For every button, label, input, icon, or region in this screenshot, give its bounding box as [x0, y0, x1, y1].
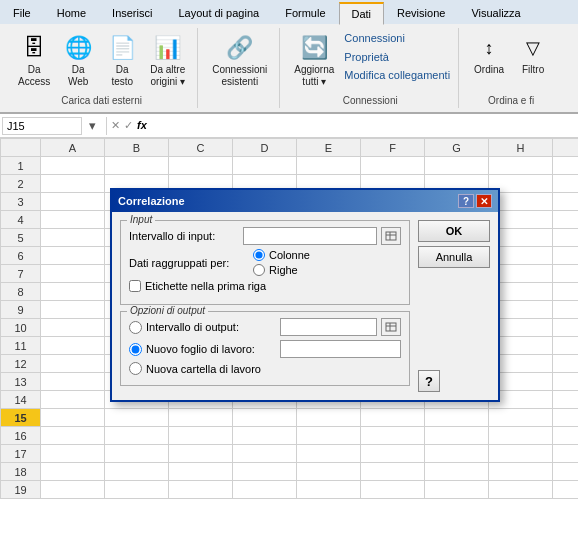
cell[interactable] — [105, 481, 169, 499]
cell[interactable] — [41, 427, 105, 445]
cell[interactable] — [489, 445, 553, 463]
cell[interactable] — [553, 265, 579, 283]
col-B[interactable]: B — [105, 139, 169, 157]
cell[interactable] — [41, 157, 105, 175]
cell[interactable] — [361, 427, 425, 445]
cell[interactable] — [41, 481, 105, 499]
cell[interactable] — [41, 247, 105, 265]
cell[interactable] — [105, 409, 169, 427]
cell[interactable] — [489, 463, 553, 481]
ok-button[interactable]: OK — [418, 220, 490, 242]
intervallo-select-btn[interactable] — [381, 227, 401, 245]
cell[interactable] — [553, 427, 579, 445]
intervallo-output-input[interactable] — [280, 318, 377, 336]
cell[interactable] — [41, 175, 105, 193]
cell[interactable] — [553, 373, 579, 391]
cell[interactable] — [553, 247, 579, 265]
tab-home[interactable]: Home — [44, 2, 99, 24]
cell[interactable] — [553, 193, 579, 211]
modifica-link[interactable]: Modifica collegamenti — [344, 67, 450, 85]
proprieta-link[interactable]: Proprietà — [344, 49, 450, 67]
cell[interactable] — [41, 193, 105, 211]
cell[interactable] — [169, 409, 233, 427]
btn-filtro[interactable]: ▽ Filtro — [513, 30, 553, 78]
cell[interactable] — [41, 337, 105, 355]
tab-layout[interactable]: Layout di pagina — [165, 2, 272, 24]
nuovo-foglio-radio[interactable] — [129, 343, 142, 356]
cell[interactable] — [553, 445, 579, 463]
cell[interactable] — [553, 229, 579, 247]
tab-formule[interactable]: Formule — [272, 2, 338, 24]
cell[interactable] — [553, 211, 579, 229]
btn-connessioni-esistenti[interactable]: 🔗 Connessioniesistenti — [208, 30, 271, 90]
cell[interactable] — [425, 157, 489, 175]
intervallo-output-btn[interactable] — [381, 318, 401, 336]
intervallo-output-radio[interactable] — [129, 321, 142, 334]
cell[interactable] — [297, 409, 361, 427]
cell[interactable] — [105, 445, 169, 463]
cell[interactable] — [169, 445, 233, 463]
cell[interactable] — [169, 463, 233, 481]
etichette-checkbox[interactable] — [129, 280, 141, 292]
col-I[interactable]: I — [553, 139, 579, 157]
cell[interactable] — [489, 409, 553, 427]
cell[interactable] — [41, 409, 105, 427]
col-H[interactable]: H — [489, 139, 553, 157]
cell[interactable] — [425, 427, 489, 445]
cell[interactable] — [425, 409, 489, 427]
col-E[interactable]: E — [297, 139, 361, 157]
intervallo-input[interactable] — [243, 227, 377, 245]
cell[interactable] — [41, 355, 105, 373]
tab-dati[interactable]: Dati — [339, 2, 385, 25]
tab-file[interactable]: File — [0, 2, 44, 24]
cell[interactable] — [233, 157, 297, 175]
cell[interactable] — [553, 301, 579, 319]
btn-access[interactable]: 🗄 DaAccess — [14, 30, 54, 90]
btn-ordina[interactable]: ↕ Ordina — [469, 30, 509, 78]
btn-aggiorna-tutti[interactable]: 🔄 Aggiornatutti ▾ — [290, 30, 338, 90]
btn-altre-origini[interactable]: 📊 Da altreorigini ▾ — [146, 30, 189, 90]
formula-input[interactable] — [153, 120, 576, 132]
btn-testo[interactable]: 📄 Datesto — [102, 30, 142, 90]
connessioni-link[interactable]: Connessioni — [344, 30, 450, 48]
col-A[interactable]: A — [41, 139, 105, 157]
nuova-cartella-radio[interactable] — [129, 362, 142, 375]
cell[interactable] — [425, 481, 489, 499]
cell[interactable] — [553, 355, 579, 373]
dropdown-arrow[interactable]: ▾ — [89, 118, 96, 133]
cell[interactable] — [297, 445, 361, 463]
cell[interactable] — [553, 283, 579, 301]
cell[interactable] — [41, 463, 105, 481]
tab-visualizza[interactable]: Visualizza — [458, 2, 533, 24]
cell[interactable] — [297, 463, 361, 481]
cell[interactable] — [233, 481, 297, 499]
col-C[interactable]: C — [169, 139, 233, 157]
cell[interactable] — [41, 229, 105, 247]
col-D[interactable]: D — [233, 139, 297, 157]
righe-radio[interactable] — [253, 264, 265, 276]
cell[interactable] — [297, 481, 361, 499]
col-G[interactable]: G — [425, 139, 489, 157]
cell[interactable] — [297, 427, 361, 445]
annulla-button[interactable]: Annulla — [418, 246, 490, 268]
cell[interactable] — [41, 283, 105, 301]
cell[interactable] — [41, 391, 105, 409]
dialog-help-btn[interactable]: ? — [458, 194, 474, 208]
cell[interactable] — [41, 265, 105, 283]
cell[interactable] — [425, 445, 489, 463]
function-icon[interactable]: fx — [137, 119, 147, 132]
cell[interactable] — [41, 211, 105, 229]
cell[interactable] — [361, 463, 425, 481]
cell[interactable] — [553, 409, 579, 427]
cell[interactable] — [489, 157, 553, 175]
dialog-close-btn[interactable]: ✕ — [476, 194, 492, 208]
cell[interactable] — [361, 409, 425, 427]
cell-reference[interactable]: J15 — [2, 117, 82, 135]
cell[interactable] — [233, 463, 297, 481]
confirm-formula-icon[interactable]: ✓ — [124, 119, 133, 132]
cell[interactable] — [553, 481, 579, 499]
nuovo-foglio-input[interactable] — [280, 340, 401, 358]
cell[interactable] — [169, 481, 233, 499]
cell[interactable] — [105, 427, 169, 445]
cell[interactable] — [169, 157, 233, 175]
